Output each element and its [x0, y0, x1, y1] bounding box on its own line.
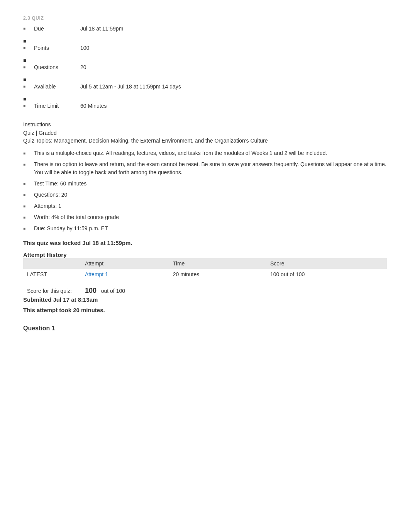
- empty-row-3: ■: [23, 76, 387, 83]
- empty-bullet-2: ■: [23, 57, 26, 63]
- li-text-7: Due: Sunday by 11:59 p.m. ET: [34, 224, 387, 233]
- li-bullet-6: ■: [23, 213, 34, 220]
- questions-bullet: ■: [23, 64, 34, 69]
- li-bullet-2: ■: [23, 160, 34, 167]
- empty-row-4: ■: [23, 96, 387, 103]
- empty-bullet-4: ■: [23, 96, 26, 102]
- empty-row-2: ■: [23, 57, 387, 64]
- li-text-2: There is no option to leave and return, …: [34, 160, 387, 177]
- col-score: Score: [266, 258, 387, 269]
- empty-bullet-3: ■: [23, 76, 26, 83]
- li-bullet-7: ■: [23, 224, 34, 231]
- attempt-table: Attempt Time Score LATEST Attempt 1 20 m…: [23, 258, 387, 280]
- attempt-row: LATEST Attempt 1 20 minutes 100 out of 1…: [23, 269, 387, 280]
- quiz-label: 2.3 QUIZ: [23, 15, 387, 21]
- list-item: ■ Questions: 20: [23, 191, 387, 199]
- latest-label: LATEST: [23, 269, 81, 280]
- instructions-heading: Instructions: [23, 121, 387, 127]
- instructions-topic: Quiz Topics: Management, Decision Making…: [23, 138, 387, 144]
- available-value: Jul 5 at 12am - Jul 18 at 11:59pm 14 day…: [80, 83, 181, 90]
- questions-label: Questions: [34, 64, 80, 70]
- li-bullet-3: ■: [23, 180, 34, 187]
- available-bullet: ■: [23, 83, 34, 88]
- attempt-history-heading: Attempt History: [23, 252, 387, 258]
- li-text-1: This is a multiple-choice quiz. All read…: [34, 149, 387, 157]
- attempt-table-header: Attempt Time Score: [23, 258, 387, 269]
- score-for-row: Score for this quiz: 100 out of 100: [23, 285, 387, 296]
- col-time: Time: [169, 258, 266, 269]
- question-heading: Question 1: [23, 325, 387, 332]
- attempt-link-cell[interactable]: Attempt 1: [81, 269, 169, 280]
- questions-row: ■ Questions 20: [23, 64, 387, 75]
- took-text: This attempt took 20 minutes.: [23, 307, 387, 313]
- time-limit-bullet: ■: [23, 103, 34, 108]
- questions-value: 20: [80, 64, 86, 70]
- list-item: ■ This is a multiple-choice quiz. All re…: [23, 149, 387, 157]
- empty-row-1: ■: [23, 38, 387, 45]
- time-limit-row: ■ Time Limit 60 Minutes: [23, 103, 387, 114]
- instructions-subtitle: Quiz | Graded: [23, 130, 387, 136]
- li-text-5: Attempts: 1: [34, 202, 387, 210]
- available-label: Available: [34, 83, 80, 90]
- li-text-4: Questions: 20: [34, 191, 387, 199]
- attempt-score: 100 out of 100: [266, 269, 387, 280]
- available-row: ■ Available Jul 5 at 12am - Jul 18 at 11…: [23, 83, 387, 94]
- time-limit-value: 60 Minutes: [80, 103, 107, 109]
- due-row: ■ Due Jul 18 at 11:59pm: [23, 25, 387, 36]
- col-attempt: Attempt: [81, 258, 169, 269]
- list-item: ■ Due: Sunday by 11:59 p.m. ET: [23, 224, 387, 233]
- li-bullet-5: ■: [23, 202, 34, 209]
- quiz-container: 2.3 QUIZ ■ Due Jul 18 at 11:59pm ■ ■ Poi…: [23, 15, 387, 332]
- due-bullet: ■: [23, 25, 34, 31]
- due-value: Jul 18 at 11:59pm: [80, 25, 123, 32]
- list-item: ■ Test Time: 60 minutes: [23, 180, 387, 188]
- empty-bullet-1: ■: [23, 38, 26, 44]
- list-item: ■ Attempts: 1: [23, 202, 387, 210]
- points-label: Points: [34, 45, 80, 51]
- info-table: ■ Due Jul 18 at 11:59pm ■ ■ Points 100 ■…: [23, 25, 387, 114]
- score-out-of-text: out of 100: [101, 288, 125, 294]
- list-item: ■ There is no option to leave and return…: [23, 160, 387, 177]
- list-item: ■ Worth: 4% of the total course grade: [23, 213, 387, 221]
- score-display: 100 out of 100: [85, 287, 125, 295]
- li-bullet-1: ■: [23, 149, 34, 156]
- attempt-link[interactable]: Attempt 1: [85, 271, 108, 277]
- col-empty: [23, 258, 81, 269]
- li-text-3: Test Time: 60 minutes: [34, 180, 387, 188]
- score-out-of: [98, 288, 100, 294]
- score-big-value: 100: [85, 287, 97, 294]
- due-label: Due: [34, 25, 80, 32]
- attempt-time: 20 minutes: [169, 269, 266, 280]
- points-row: ■ Points 100: [23, 45, 387, 56]
- time-limit-label: Time Limit: [34, 103, 80, 109]
- points-value: 100: [80, 45, 89, 51]
- submitted-text: Submitted Jul 17 at 8:13am: [23, 296, 387, 303]
- points-bullet: ■: [23, 45, 34, 50]
- li-text-6: Worth: 4% of the total course grade: [34, 213, 387, 221]
- locked-notice: This quiz was locked Jul 18 at 11:59pm.: [23, 240, 387, 246]
- li-bullet-4: ■: [23, 191, 34, 198]
- score-for-label: Score for this quiz:: [27, 288, 85, 294]
- instructions-list: ■ This is a multiple-choice quiz. All re…: [23, 149, 387, 233]
